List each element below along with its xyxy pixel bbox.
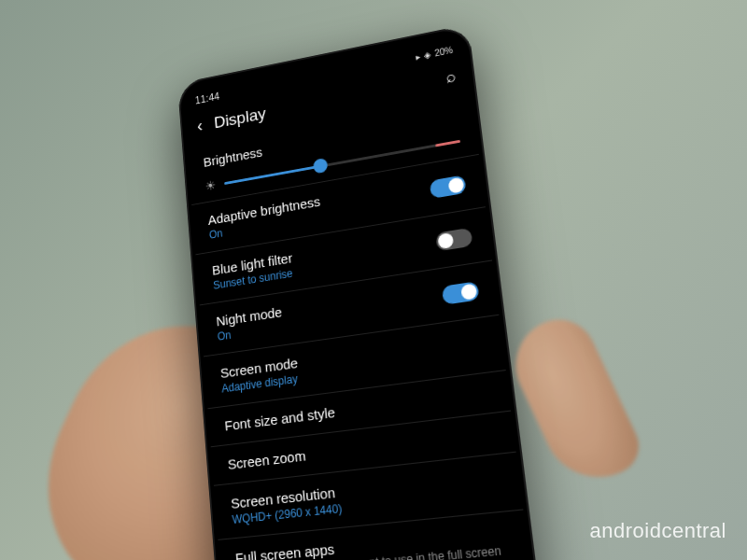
slider-thumb[interactable]	[313, 158, 328, 175]
signal-icon: ▸	[416, 51, 421, 62]
search-icon[interactable]: ⌕	[444, 67, 457, 88]
settings-list: Adaptive brightness On Blue light filter…	[191, 155, 530, 560]
toggle-night-mode[interactable]	[442, 281, 480, 305]
slider-warning-zone	[435, 139, 460, 147]
wifi-icon: ◈	[423, 49, 431, 61]
toggle-blue-light-filter[interactable]	[435, 227, 472, 251]
toggle-adaptive-brightness[interactable]	[430, 175, 467, 199]
sun-icon: ☀	[204, 177, 217, 193]
slider-fill	[224, 164, 320, 184]
watermark-text: androidcentral	[590, 519, 726, 543]
phone-screen: 11:44 ▸ ◈ 20% ‹ Display ⌕ Brightness ☀	[183, 35, 534, 560]
phone-device: 11:44 ▸ ◈ 20% ‹ Display ⌕ Brightness ☀	[177, 24, 542, 560]
back-icon[interactable]: ‹	[196, 116, 203, 136]
battery-text: 20%	[434, 45, 454, 58]
